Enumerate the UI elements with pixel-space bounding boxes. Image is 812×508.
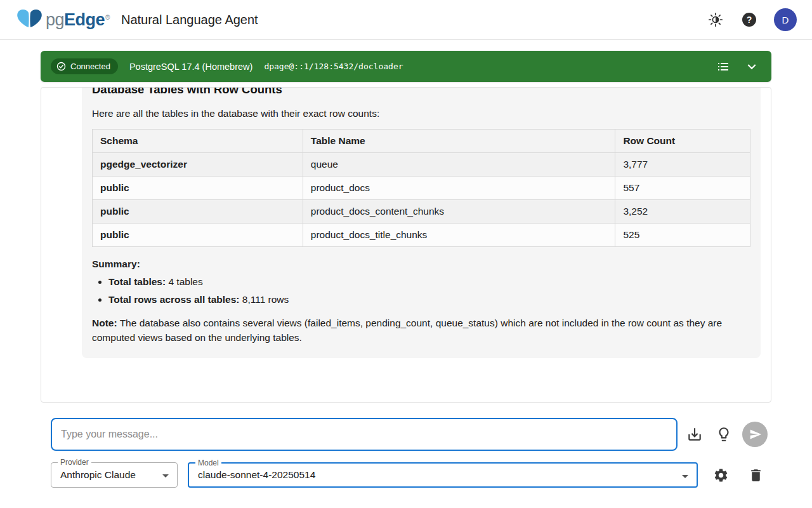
pgedge-logo-icon [15, 8, 44, 32]
model-settings-row: Provider Anthropic Claude Model claude-s… [41, 462, 771, 488]
help-icon: ? [742, 13, 756, 27]
provider-select-label: Provider [58, 458, 91, 467]
cell-schema: public [93, 200, 303, 224]
settings-button[interactable] [712, 466, 730, 485]
db-tables-table: Schema Table Name Row Count pgedge_vecto… [92, 129, 750, 247]
header-actions: ? D [707, 8, 797, 31]
list-item: Total rows across all tables: 8,111 rows [108, 294, 750, 305]
connection-bar-actions [714, 57, 761, 76]
cell-row-count: 3,777 [615, 153, 750, 177]
connection-expand-button[interactable] [742, 57, 761, 76]
note-paragraph: Note: The database also contains several… [92, 316, 750, 345]
clear-chat-button[interactable] [747, 466, 765, 485]
note-text: The database also contains several views… [92, 318, 722, 343]
model-select[interactable]: Model claude-sonnet-4-20250514 [188, 462, 698, 488]
app-header: pgEdge® Natural Language Agent [0, 0, 812, 40]
summary-heading: Summary: [92, 258, 750, 270]
download-button[interactable] [685, 425, 704, 444]
composer-row [41, 418, 771, 451]
cell-schema: pgedge_vectorizer [93, 153, 303, 177]
gear-icon [713, 467, 729, 483]
bullet-text: 8,111 rows [239, 294, 289, 305]
cell-row-count: 557 [615, 177, 750, 200]
theme-toggle-button[interactable] [707, 11, 724, 29]
assistant-message: Database Tables with Row Counts Here are… [82, 87, 761, 358]
connection-string: dpage@::1/128:5432/docloader [264, 62, 403, 71]
cell-schema: public [93, 177, 303, 200]
cell-table-name: product_docs_content_chunks [303, 200, 615, 224]
cell-table-name: queue [303, 153, 615, 177]
list-icon [716, 59, 731, 74]
main-column: Connected PostgreSQL 17.4 (Homebrew) dpa… [41, 51, 771, 488]
caret-down-icon [158, 468, 173, 483]
column-header-row-count: Row Count [615, 130, 750, 153]
message-intro: Here are all the tables in the database … [92, 108, 750, 119]
help-button[interactable]: ? [741, 11, 757, 28]
pgedge-wordmark: pgEdge® [46, 10, 110, 30]
bullet-label: Total rows across all tables: [108, 294, 239, 305]
connection-list-button[interactable] [714, 58, 732, 76]
pgedge-logo: pgEdge® [15, 8, 110, 32]
connection-status-badge: Connected [51, 58, 118, 74]
model-select-value: claude-sonnet-4-20250514 [198, 469, 315, 481]
bullet-text: 4 tables [166, 276, 203, 287]
cell-row-count: 525 [615, 224, 750, 247]
column-header-table-name: Table Name [303, 130, 615, 153]
send-icon [749, 428, 762, 441]
provider-select[interactable]: Provider Anthropic Claude [51, 462, 178, 488]
provider-select-value: Anthropic Claude [60, 469, 136, 481]
table-row: public product_docs_title_chunks 525 [93, 224, 750, 247]
cell-row-count: 3,252 [615, 200, 750, 224]
check-circle-icon [56, 62, 66, 71]
note-label: Note: [92, 318, 117, 328]
download-icon [686, 426, 703, 443]
table-row: public product_docs 557 [93, 177, 750, 200]
model-select-label: Model [195, 458, 221, 467]
chat-scroll-area[interactable]: Database Tables with Row Counts Here are… [41, 87, 771, 403]
connection-bar: Connected PostgreSQL 17.4 (Homebrew) dpa… [41, 51, 771, 82]
cell-table-name: product_docs_title_chunks [303, 224, 615, 247]
cell-schema: public [93, 224, 303, 247]
message-heading: Database Tables with Row Counts [92, 87, 750, 97]
message-input[interactable] [51, 418, 678, 451]
server-version-label: PostgreSQL 17.4 (Homebrew) [129, 62, 253, 72]
prompt-ideas-button[interactable] [714, 425, 733, 444]
bullet-label: Total tables: [108, 276, 166, 287]
theme-toggle-icon [708, 12, 723, 27]
chevron-down-icon [743, 58, 760, 75]
table-header-row: Schema Table Name Row Count [93, 130, 750, 153]
lightbulb-icon [716, 426, 732, 443]
cell-table-name: product_docs [303, 177, 615, 200]
column-header-schema: Schema [93, 130, 303, 153]
send-button[interactable] [742, 422, 768, 447]
page-title: Natural Language Agent [121, 13, 258, 27]
summary-list: Total tables: 4 tables Total rows across… [92, 276, 750, 305]
table-row: pgedge_vectorizer queue 3,777 [93, 153, 750, 177]
list-item: Total tables: 4 tables [108, 276, 750, 288]
connection-status-label: Connected [70, 62, 110, 71]
user-avatar[interactable]: D [774, 8, 797, 31]
caret-down-icon [678, 469, 693, 484]
trash-icon [748, 467, 764, 483]
table-row: public product_docs_content_chunks 3,252 [93, 200, 750, 224]
